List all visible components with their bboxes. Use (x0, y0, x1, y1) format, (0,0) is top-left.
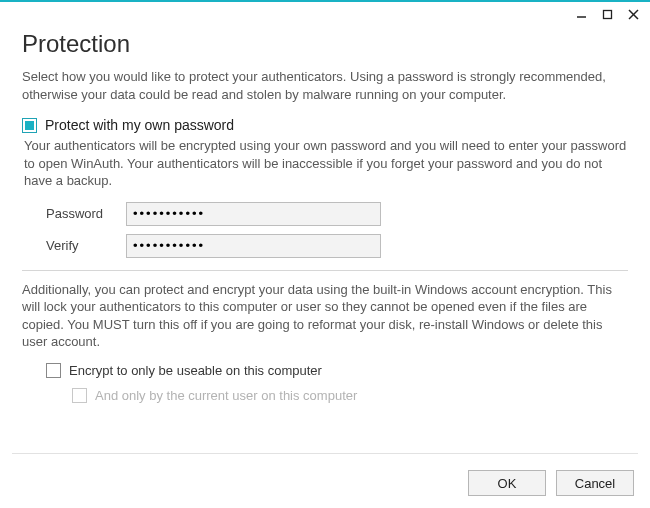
minimize-icon (576, 9, 587, 20)
checkbox-checked-icon (25, 121, 34, 130)
encrypt-intro: Additionally, you can protect and encryp… (22, 281, 628, 351)
password-label: Password (46, 206, 126, 221)
footer-divider (12, 453, 638, 454)
protect-password-label: Protect with my own password (45, 117, 234, 133)
close-button[interactable] (622, 5, 644, 23)
protect-password-description: Your authenticators will be encrypted us… (22, 137, 628, 190)
encrypt-computer-label: Encrypt to only be useable on this compu… (69, 363, 322, 378)
verify-input[interactable] (126, 234, 381, 258)
content-area: Protection Select how you would like to … (0, 26, 650, 403)
svg-rect-1 (603, 10, 611, 18)
protection-dialog: Protection Select how you would like to … (0, 0, 650, 508)
titlebar (0, 0, 650, 26)
verify-row: Verify (22, 234, 628, 258)
verify-label: Verify (46, 238, 126, 253)
encrypt-user-checkbox (72, 388, 87, 403)
encrypt-computer-checkbox[interactable] (46, 363, 61, 378)
encrypt-user-row: And only by the current user on this com… (22, 388, 628, 403)
close-icon (628, 9, 639, 20)
password-row: Password (22, 202, 628, 226)
maximize-button[interactable] (596, 5, 618, 23)
password-input[interactable] (126, 202, 381, 226)
encrypt-user-label: And only by the current user on this com… (95, 388, 357, 403)
ok-button[interactable]: OK (468, 470, 546, 496)
page-title: Protection (22, 30, 628, 58)
cancel-button[interactable]: Cancel (556, 470, 634, 496)
intro-text: Select how you would like to protect you… (22, 68, 628, 103)
protect-password-checkbox[interactable] (22, 118, 37, 133)
dialog-footer: OK Cancel (468, 470, 634, 496)
minimize-button[interactable] (570, 5, 592, 23)
encrypt-computer-row: Encrypt to only be useable on this compu… (22, 363, 628, 378)
maximize-icon (602, 9, 613, 20)
protect-password-row: Protect with my own password (22, 117, 628, 133)
section-divider (22, 270, 628, 271)
